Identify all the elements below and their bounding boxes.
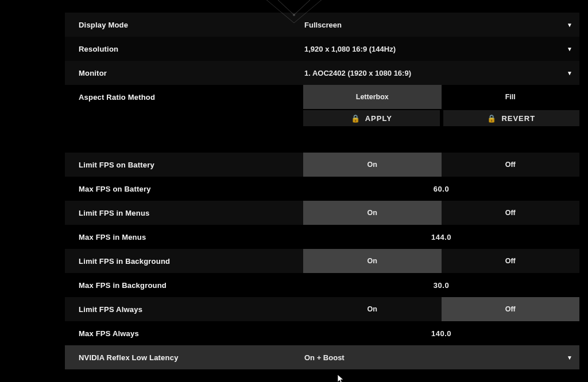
label-resolution: Resolution: [65, 45, 303, 53]
label-limit-fps-menus: Limit FPS in Menus: [65, 209, 303, 217]
toggle-limit-fps-menus-off[interactable]: Off: [442, 201, 580, 225]
row-limit-fps-battery: Limit FPS on Battery On Off: [65, 153, 579, 177]
label-display-mode: Display Mode: [65, 21, 303, 29]
label-monitor: Monitor: [65, 69, 303, 77]
apply-label: APPLY: [365, 114, 392, 123]
toggle-limit-fps-battery-off[interactable]: Off: [442, 153, 580, 177]
value-max-fps-menus: 144.0: [303, 233, 579, 241]
row-max-fps-bg[interactable]: Max FPS in Background 30.0: [65, 273, 579, 297]
row-display-mode[interactable]: Display Mode Fullscreen ▼: [65, 13, 579, 37]
lock-icon: 🔒: [487, 114, 497, 123]
label-limit-fps-battery: Limit FPS on Battery: [65, 161, 303, 169]
label-limit-fps-always: Limit FPS Always: [65, 305, 303, 314]
row-limit-fps-menus: Limit FPS in Menus On Off: [65, 201, 579, 225]
row-limit-fps-bg: Limit FPS in Background On Off: [65, 249, 579, 273]
value-display-mode: Fullscreen: [303, 21, 563, 29]
label-max-fps-always: Max FPS Always: [65, 329, 303, 338]
mouse-cursor-icon: [337, 374, 345, 382]
row-monitor[interactable]: Monitor 1. AOC2402 (1920 x 1080 16:9) ▼: [65, 61, 579, 85]
row-aspect-ratio: Aspect Ratio Method Letterbox Fill: [65, 85, 579, 109]
toggle-aspect-fill[interactable]: Fill: [442, 85, 580, 109]
label-aspect-ratio: Aspect Ratio Method: [65, 93, 303, 102]
value-max-fps-battery: 60.0: [303, 185, 579, 193]
label-max-fps-battery: Max FPS on Battery: [65, 185, 303, 193]
row-limit-fps-always: Limit FPS Always On Off: [65, 297, 579, 321]
row-max-fps-menus[interactable]: Max FPS in Menus 144.0: [65, 225, 579, 249]
toggle-aspect-letterbox[interactable]: Letterbox: [303, 85, 442, 109]
section-spacer: [65, 126, 579, 153]
value-monitor: 1. AOC2402 (1920 x 1080 16:9): [303, 69, 563, 77]
row-nvidia-reflex[interactable]: NVIDIA Reflex Low Latency On + Boost ▼: [65, 345, 579, 369]
toggle-limit-fps-battery-on[interactable]: On: [303, 153, 442, 177]
chevron-down-icon: ▼: [563, 354, 579, 361]
chevron-down-icon: ▼: [563, 22, 579, 28]
chevron-down-icon: ▼: [563, 46, 579, 52]
video-settings-panel: Display Mode Fullscreen ▼ Resolution 1,9…: [65, 13, 579, 369]
row-max-fps-battery[interactable]: Max FPS on Battery 60.0: [65, 177, 579, 201]
action-row: 🔒 APPLY 🔒 REVERT: [303, 110, 579, 126]
value-max-fps-always: 140.0: [303, 329, 579, 338]
value-max-fps-bg: 30.0: [303, 281, 579, 290]
label-limit-fps-bg: Limit FPS in Background: [65, 257, 303, 266]
revert-button[interactable]: 🔒 REVERT: [443, 110, 580, 126]
lock-icon: 🔒: [351, 114, 361, 123]
chevron-down-icon: ▼: [563, 70, 579, 76]
toggle-limit-fps-always-on[interactable]: On: [303, 297, 442, 321]
row-max-fps-always[interactable]: Max FPS Always 140.0: [65, 321, 579, 345]
label-nvidia-reflex: NVIDIA Reflex Low Latency: [65, 353, 303, 362]
apply-button[interactable]: 🔒 APPLY: [303, 110, 440, 126]
toggle-limit-fps-menus-on[interactable]: On: [303, 201, 442, 225]
label-max-fps-bg: Max FPS in Background: [65, 281, 303, 290]
toggle-limit-fps-always-off[interactable]: Off: [442, 297, 580, 321]
value-nvidia-reflex: On + Boost: [303, 353, 563, 362]
revert-label: REVERT: [501, 114, 535, 123]
toggle-limit-fps-bg-on[interactable]: On: [303, 249, 442, 273]
toggle-limit-fps-bg-off[interactable]: Off: [442, 249, 580, 273]
row-resolution[interactable]: Resolution 1,920 x 1,080 16:9 (144Hz) ▼: [65, 37, 579, 61]
value-resolution: 1,920 x 1,080 16:9 (144Hz): [303, 45, 563, 53]
label-max-fps-menus: Max FPS in Menus: [65, 233, 303, 241]
